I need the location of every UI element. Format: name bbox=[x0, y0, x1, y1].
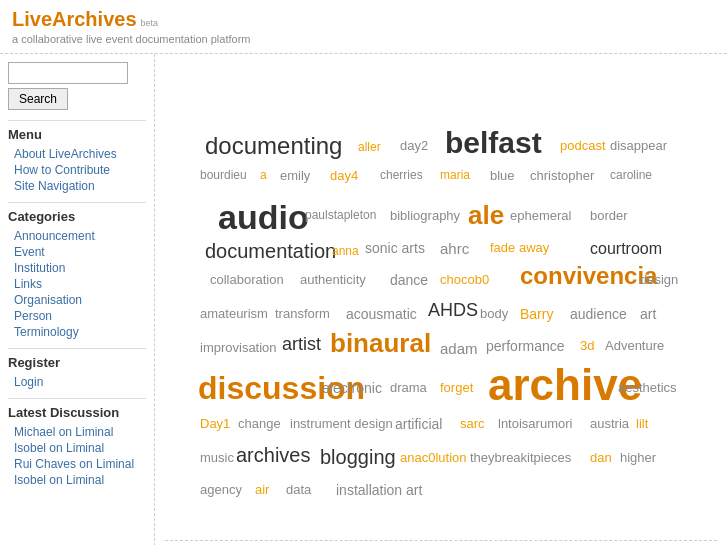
cat-person[interactable]: Person bbox=[8, 308, 146, 324]
tag-item[interactable]: ale bbox=[468, 200, 504, 231]
tag-item[interactable]: documentation bbox=[205, 240, 336, 263]
beta-label: beta bbox=[141, 18, 159, 28]
menu-item-navigation[interactable]: Site Navigation bbox=[8, 178, 146, 194]
tag-item[interactable]: body bbox=[480, 306, 508, 321]
cat-links[interactable]: Links bbox=[8, 276, 146, 292]
tag-item[interactable]: blue bbox=[490, 168, 515, 183]
tag-item[interactable]: authenticity bbox=[300, 272, 366, 287]
tag-item[interactable]: fade away bbox=[490, 240, 549, 255]
tag-item[interactable]: forget bbox=[440, 380, 473, 395]
logo: LiveArchivesbeta bbox=[12, 8, 715, 31]
tag-item[interactable]: day4 bbox=[330, 168, 358, 183]
sidebar: Search Menu About LiveArchives How to Co… bbox=[0, 54, 155, 545]
latest-item-2[interactable]: Rui Chaves on Liminal bbox=[8, 456, 146, 472]
tag-item[interactable]: transform bbox=[275, 306, 330, 321]
tag-item[interactable]: binaural bbox=[330, 328, 431, 359]
tag-item[interactable]: lntoisarumori bbox=[498, 416, 572, 431]
tag-item[interactable]: audio bbox=[218, 198, 309, 237]
tag-item[interactable]: austria bbox=[590, 416, 629, 431]
tag-item[interactable]: caroline bbox=[610, 168, 652, 182]
tag-cloud: documentingallerday2belfastpodcastdisapp… bbox=[165, 60, 717, 540]
tag-item[interactable]: convivencia bbox=[520, 262, 657, 290]
menu-item-about[interactable]: About LiveArchives bbox=[8, 146, 146, 162]
tag-item[interactable]: change bbox=[238, 416, 281, 431]
tag-item[interactable]: ephemeral bbox=[510, 208, 571, 223]
tag-item[interactable]: Adventure bbox=[605, 338, 664, 353]
tag-item[interactable]: bibliography bbox=[390, 208, 460, 223]
categories-title: Categories bbox=[8, 202, 146, 224]
tag-item[interactable]: higher bbox=[620, 450, 656, 465]
tag-item[interactable]: emily bbox=[280, 168, 310, 183]
tag-item[interactable]: cherries bbox=[380, 168, 423, 182]
cat-terminology[interactable]: Terminology bbox=[8, 324, 146, 340]
tag-item[interactable]: aller bbox=[358, 140, 381, 154]
menu-title: Menu bbox=[8, 120, 146, 142]
latest-item-1[interactable]: Isobel on Liminal bbox=[8, 440, 146, 456]
tag-item[interactable]: chocob0 bbox=[440, 272, 489, 287]
tag-item[interactable]: archives bbox=[236, 444, 310, 467]
tag-item[interactable]: disappear bbox=[610, 138, 667, 153]
tag-item[interactable]: design bbox=[640, 272, 678, 287]
tag-item[interactable]: aesthetics bbox=[618, 380, 677, 395]
latest-item-3[interactable]: Isobel on Liminal bbox=[8, 472, 146, 488]
cat-event[interactable]: Event bbox=[8, 244, 146, 260]
tag-item[interactable]: data bbox=[286, 482, 311, 497]
tag-item[interactable]: dance bbox=[390, 272, 428, 288]
footer: Live Archives uses WordPress Entries (RS… bbox=[165, 540, 717, 545]
tag-item[interactable]: amateurism bbox=[200, 306, 268, 321]
menu-item-contribute[interactable]: How to Contribute bbox=[8, 162, 146, 178]
tag-item[interactable]: 3d bbox=[580, 338, 594, 353]
tag-item[interactable]: audience bbox=[570, 306, 627, 322]
tag-item[interactable]: agency bbox=[200, 482, 242, 497]
tag-item[interactable]: a bbox=[260, 168, 267, 182]
cat-announcement[interactable]: Announcement bbox=[8, 228, 146, 244]
tag-item[interactable]: artist bbox=[282, 334, 321, 355]
main-content: documentingallerday2belfastpodcastdisapp… bbox=[155, 54, 727, 545]
tag-item[interactable]: lilt bbox=[636, 416, 648, 431]
tag-item[interactable]: border bbox=[590, 208, 628, 223]
tag-item[interactable]: adam bbox=[440, 340, 478, 357]
tag-item[interactable]: art bbox=[640, 306, 656, 322]
tag-item[interactable]: documenting bbox=[205, 132, 342, 160]
tag-item[interactable]: anac0lution bbox=[400, 450, 467, 465]
tag-item[interactable]: ahrc bbox=[440, 240, 469, 257]
tag-item[interactable]: paulstapleton bbox=[305, 208, 376, 222]
tag-item[interactable]: belfast bbox=[445, 126, 542, 160]
latest-item-0[interactable]: Michael on Liminal bbox=[8, 424, 146, 440]
tag-item[interactable]: collaboration bbox=[210, 272, 284, 287]
tag-item[interactable]: Day1 bbox=[200, 416, 230, 431]
tag-item[interactable]: podcast bbox=[560, 138, 606, 153]
tag-item[interactable]: theybreakitpieces bbox=[470, 450, 571, 465]
tag-item[interactable]: drama bbox=[390, 380, 427, 395]
tag-item[interactable]: dan bbox=[590, 450, 612, 465]
tagline: a collaborative live event documentation… bbox=[12, 33, 715, 45]
tag-item[interactable]: acousmatic bbox=[346, 306, 417, 322]
tag-item[interactable]: Barry bbox=[520, 306, 553, 322]
tag-item[interactable]: sarc bbox=[460, 416, 485, 431]
tag-item[interactable]: courtroom bbox=[590, 240, 662, 258]
tag-item[interactable]: electronic bbox=[322, 380, 382, 396]
tag-item[interactable]: anna bbox=[332, 244, 359, 258]
tag-item[interactable]: installation art bbox=[336, 482, 422, 498]
register-title: Register bbox=[8, 348, 146, 370]
tag-item[interactable]: air bbox=[255, 482, 269, 497]
search-input[interactable] bbox=[8, 62, 128, 84]
tag-item[interactable]: blogging bbox=[320, 446, 396, 469]
menu-section: About LiveArchives How to Contribute Sit… bbox=[8, 146, 146, 194]
cat-organisation[interactable]: Organisation bbox=[8, 292, 146, 308]
tag-item[interactable]: AHDS bbox=[428, 300, 478, 321]
cat-institution[interactable]: Institution bbox=[8, 260, 146, 276]
tag-item[interactable]: performance bbox=[486, 338, 565, 354]
tag-item[interactable]: sonic arts bbox=[365, 240, 425, 256]
tag-item[interactable]: maria bbox=[440, 168, 470, 182]
tag-item[interactable]: artificial bbox=[395, 416, 442, 432]
tag-item[interactable]: christopher bbox=[530, 168, 594, 183]
login-link[interactable]: Login bbox=[8, 374, 146, 390]
search-button[interactable]: Search bbox=[8, 88, 68, 110]
tag-item[interactable]: day2 bbox=[400, 138, 428, 153]
tag-item[interactable]: improvisation bbox=[200, 340, 277, 355]
tag-item[interactable]: bourdieu bbox=[200, 168, 247, 182]
logo-text: LiveArchives bbox=[12, 8, 137, 31]
tag-item[interactable]: instrument design bbox=[290, 416, 393, 431]
tag-item[interactable]: music bbox=[200, 450, 234, 465]
